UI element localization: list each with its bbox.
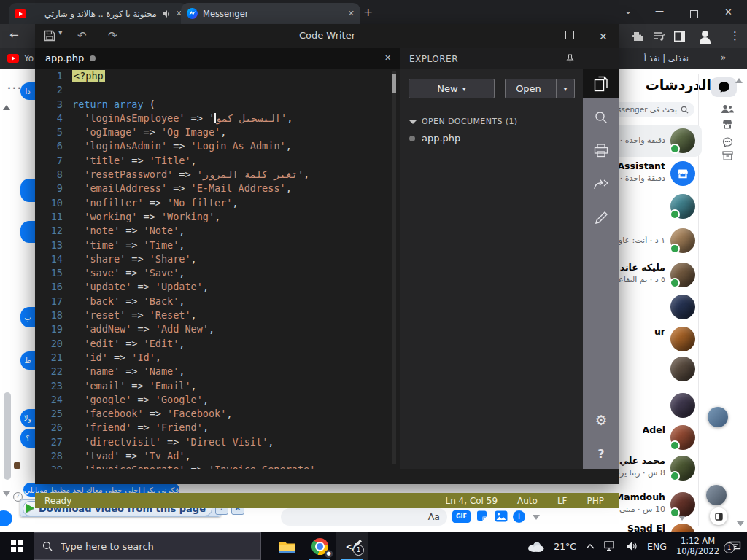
message-thumbnail	[14, 462, 20, 469]
message-bubble-fragment: ولا	[20, 409, 35, 427]
taskbar-file-explorer[interactable]	[271, 532, 303, 560]
scroll-up-icon[interactable]	[735, 78, 743, 83]
taskbar-chrome[interactable]: ●	[303, 532, 336, 560]
show-hidden-icons-chevron[interactable]	[586, 543, 595, 549]
open-button[interactable]: Open	[505, 79, 575, 98]
arrow-operator: =>	[137, 211, 161, 222]
minimize-button[interactable]	[531, 31, 540, 41]
clock[interactable]: 1:12 AM 10/8/2022	[676, 536, 719, 557]
code-line: 18 'reset' => 'Reset',	[35, 308, 400, 322]
indent	[72, 351, 84, 363]
array-value: التسجيل كمو	[216, 112, 281, 124]
scroll-down-icon[interactable]	[737, 521, 744, 526]
explorer-panel: EXPLORER New Open OPEN DOCUMENTS (1)	[400, 48, 583, 469]
search-icon	[681, 106, 689, 114]
pin-icon[interactable]	[566, 54, 574, 64]
settings-tool-button[interactable]	[583, 412, 619, 428]
taskbar-code-writer[interactable]: </ 1	[336, 532, 368, 560]
editor-scrollbar[interactable]	[392, 71, 396, 464]
like-thumb-icon[interactable]	[0, 510, 12, 526]
audio-playing-icon[interactable]	[162, 9, 171, 18]
nav-chats-tab[interactable]	[711, 77, 737, 97]
collapse-icon[interactable]	[3, 491, 10, 497]
gif-button[interactable]: GIF	[452, 510, 471, 523]
code-writer-window: Code Writer app.php 1<?php23return array…	[35, 24, 619, 484]
language-mode[interactable]: PHP	[587, 496, 605, 506]
encoding-indicator[interactable]: Auto	[517, 496, 538, 506]
search-input[interactable]	[59, 540, 230, 553]
nav-people-tab[interactable]	[721, 104, 734, 114]
open-menu-caret[interactable]	[556, 79, 574, 98]
line-number: 11	[35, 210, 69, 224]
network-icon[interactable]	[604, 541, 616, 551]
active-contact-bubble[interactable]	[708, 407, 728, 427]
avatar	[670, 295, 695, 319]
scrollbar-thumb[interactable]	[392, 74, 396, 93]
tab-search-icon[interactable]	[624, 6, 632, 16]
array-value: Add New	[161, 323, 203, 335]
bookmark-item[interactable]: نفذلي | نفذ أ	[622, 53, 689, 63]
active-contact-bubble[interactable]	[706, 485, 727, 505]
code-token: (	[144, 98, 155, 110]
browser-restore-button[interactable]	[690, 7, 698, 21]
media-controls-icon[interactable]	[653, 31, 665, 42]
array-key: 'save'	[84, 267, 120, 279]
weather-icon[interactable]	[527, 541, 544, 552]
side-panel-icon[interactable]	[674, 31, 685, 42]
scroll-down-icon[interactable]	[678, 516, 686, 521]
close-button[interactable]	[599, 31, 608, 42]
new-tab-button[interactable]	[363, 5, 373, 19]
new-button[interactable]: New	[409, 79, 495, 98]
code-line: 9 'emailAddress' => 'E-Mail Address',	[35, 182, 400, 195]
eol-indicator[interactable]: LF	[557, 496, 568, 506]
tab-youtube[interactable]: مجنونة يا كورة .. هالاند و شارتي	[9, 3, 188, 24]
cursor-position[interactable]: Ln 4, Col 59	[446, 496, 498, 506]
scroll-up-icon[interactable]	[3, 105, 10, 110]
browser-menu-icon[interactable]	[729, 29, 740, 42]
conversation-scrollbar[interactable]	[4, 392, 11, 480]
back-icon[interactable]: ←	[9, 28, 19, 42]
action-center-button[interactable]: 1	[729, 541, 741, 552]
browser-minimize-button[interactable]	[655, 6, 664, 16]
avatar	[670, 425, 695, 450]
sticker-button[interactable]	[476, 510, 488, 522]
hidden-chats-button[interactable]	[710, 508, 727, 525]
image-button[interactable]	[495, 510, 508, 522]
maximize-button[interactable]	[565, 31, 574, 42]
quote: '	[191, 140, 197, 152]
extensions-icon[interactable]	[632, 31, 643, 42]
close-tab-icon[interactable]	[348, 9, 355, 18]
share-tool-button[interactable]	[583, 177, 619, 190]
line-number: 3	[35, 98, 69, 112]
bookmarks-overflow-chevron[interactable]: »	[721, 52, 726, 63]
close-document-icon[interactable]	[384, 53, 391, 63]
code-editor[interactable]: 1<?php23return array (4 'loginAsEmployee…	[35, 69, 400, 469]
comma: ,	[226, 408, 232, 419]
language-indicator[interactable]: ENG	[647, 541, 667, 552]
collapse-icon[interactable]	[533, 515, 540, 520]
browser-close-button[interactable]	[724, 7, 732, 18]
search-tool-button[interactable]	[583, 110, 619, 125]
edit-tool-button[interactable]	[583, 211, 619, 225]
print-tool-button[interactable]	[583, 144, 619, 158]
array-key: 'name'	[84, 365, 120, 377]
code-line: 23 'email' => 'Email',	[35, 379, 400, 393]
indent	[72, 126, 84, 138]
open-documents-section[interactable]: OPEN DOCUMENTS (1)	[409, 117, 517, 126]
open-document-item[interactable]: app.php	[409, 133, 460, 144]
array-value: Title	[155, 155, 185, 166]
help-tool-button[interactable]	[583, 447, 619, 461]
start-button[interactable]	[0, 532, 34, 560]
volume-icon[interactable]	[626, 541, 638, 551]
tab-messenger[interactable]: Messenger	[181, 3, 360, 24]
avatar	[670, 492, 695, 517]
comma: ,	[287, 112, 293, 124]
document-tab[interactable]: app.php	[45, 52, 96, 63]
taskbar-search[interactable]	[34, 532, 261, 560]
message-input[interactable]: Aa	[281, 508, 447, 526]
arrow-operator: =>	[137, 126, 161, 138]
bookmark-youtube[interactable]: Yo	[7, 53, 34, 63]
temperature-label[interactable]: 21°C	[554, 541, 576, 552]
documents-tool-button[interactable]	[583, 69, 619, 98]
more-actions-button[interactable]: +	[513, 510, 525, 523]
